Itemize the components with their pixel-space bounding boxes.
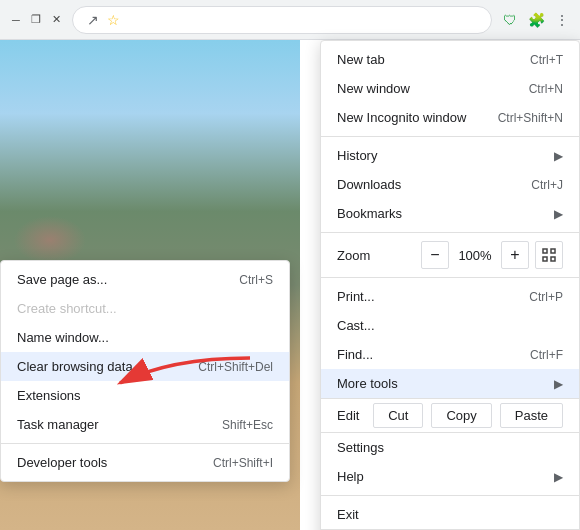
submenu-clear-browsing[interactable]: Clear browsing data... Ctrl+Shift+Del [1,352,289,381]
menu-sep-exit [321,495,579,496]
submenu-extensions[interactable]: Extensions [1,381,289,410]
menu-exit[interactable]: Exit [321,500,579,529]
menu-print[interactable]: Print... Ctrl+P [321,282,579,311]
svg-rect-4 [551,257,555,261]
zoom-out-button[interactable]: − [421,241,449,269]
share-icon: ↗ [83,10,103,30]
menu-downloads[interactable]: Downloads Ctrl+J [321,170,579,199]
zoom-value-label: 100% [453,248,497,263]
submenu-name-window[interactable]: Name window... [1,323,289,352]
menu-bookmarks[interactable]: Bookmarks ▶ [321,199,579,228]
browser-toolbar: ─ ❐ ✕ ↗ ☆ 🛡 🧩 ⋮ [0,0,580,40]
more-tools-submenu: Save page as... Ctrl+S Create shortcut..… [0,260,290,482]
address-bar[interactable]: ↗ ☆ [72,6,492,34]
window-controls: ─ ❐ ✕ [8,12,64,28]
chevron-right-icon: ▶ [554,470,563,484]
toolbar-icons: 🛡 🧩 ⋮ [500,10,572,30]
menu-help[interactable]: Help ▶ [321,462,579,491]
menu-sep-2 [321,232,579,233]
menu-settings[interactable]: Settings [321,433,579,462]
submenu-create-shortcut: Create shortcut... [1,294,289,323]
svg-rect-3 [543,257,547,261]
menu-find[interactable]: Find... Ctrl+F [321,340,579,369]
menu-new-window[interactable]: New window Ctrl+N [321,74,579,103]
minimize-button[interactable]: ─ [8,12,24,28]
menu-cast[interactable]: Cast... [321,311,579,340]
cut-button[interactable]: Cut [373,403,423,428]
close-button[interactable]: ✕ [48,12,64,28]
main-dropdown-menu: New tab Ctrl+T New window Ctrl+N New Inc… [320,40,580,530]
shield-icon[interactable]: 🛡 [500,10,520,30]
svg-rect-2 [551,249,555,253]
submenu-save-page[interactable]: Save page as... Ctrl+S [1,265,289,294]
copy-button[interactable]: Copy [431,403,491,428]
puzzle-icon[interactable]: 🧩 [526,10,546,30]
menu-new-tab[interactable]: New tab Ctrl+T [321,45,579,74]
submenu-separator [1,443,289,444]
menu-sep-3 [321,277,579,278]
paste-button[interactable]: Paste [500,403,563,428]
zoom-in-button[interactable]: + [501,241,529,269]
chevron-right-icon: ▶ [554,149,563,163]
menu-history[interactable]: History ▶ [321,141,579,170]
submenu-task-manager[interactable]: Task manager Shift+Esc [1,410,289,439]
menu-new-incognito[interactable]: New Incognito window Ctrl+Shift+N [321,103,579,132]
restore-button[interactable]: ❐ [28,12,44,28]
bookmark-icon: ☆ [103,10,123,30]
menu-sep-1 [321,136,579,137]
svg-rect-1 [543,249,547,253]
zoom-controls: − 100% + [421,241,529,269]
submenu-developer-tools[interactable]: Developer tools Ctrl+Shift+I [1,448,289,477]
menu-more-tools[interactable]: More tools ▶ [321,369,579,398]
chevron-right-icon: ▶ [554,377,563,391]
chevron-right-icon: ▶ [554,207,563,221]
fullscreen-button[interactable] [535,241,563,269]
edit-control-row: Edit Cut Copy Paste [321,398,579,433]
zoom-control-row: Zoom − 100% + [321,237,579,273]
menu-dots-button[interactable]: ⋮ [552,10,572,30]
